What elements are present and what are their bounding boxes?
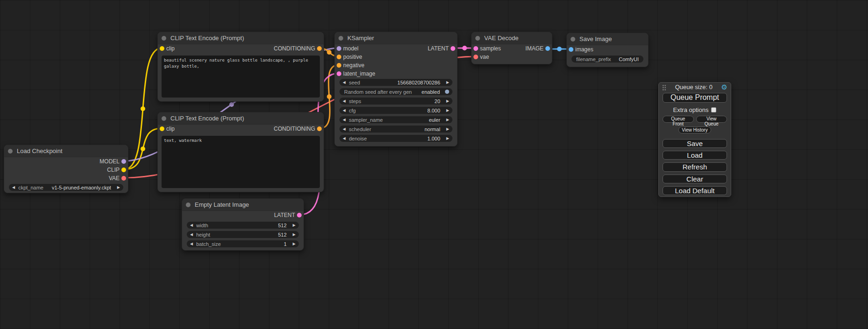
widget-label: steps <box>349 98 361 104</box>
latent-output-dot[interactable] <box>451 46 455 51</box>
drag-handle-icon[interactable] <box>662 84 666 91</box>
samples-input-dot[interactable] <box>473 46 478 51</box>
clip-output-dot[interactable] <box>121 168 126 172</box>
widget-scheduler[interactable]: ◀ scheduler normal ▶ <box>339 126 452 133</box>
collapse-dot[interactable] <box>162 116 166 121</box>
prev-value-arrow-icon[interactable]: ◀ <box>339 116 349 123</box>
increment-arrow-icon[interactable]: ▶ <box>443 135 452 142</box>
node-title-bar[interactable]: Save Image <box>567 33 648 45</box>
collapse-dot[interactable] <box>475 36 480 41</box>
clear-button[interactable]: Clear <box>663 175 727 183</box>
extra-options-row: Extra options <box>659 106 731 113</box>
increment-arrow-icon[interactable]: ▶ <box>289 231 299 238</box>
widget-steps[interactable]: ◀ steps 20 ▶ <box>339 98 452 105</box>
widget-value: 156680208700286 <box>360 80 443 85</box>
images-input-dot[interactable] <box>569 47 573 52</box>
toggle-on-icon[interactable] <box>445 90 449 94</box>
decrement-arrow-icon[interactable]: ◀ <box>187 240 196 247</box>
node-clip-text-encode-positive[interactable]: CLIP Text Encode (Prompt) clip CONDITION… <box>157 32 324 102</box>
collapse-dot[interactable] <box>8 149 13 154</box>
negative-prompt-textarea[interactable]: text, watermark <box>162 136 320 188</box>
queue-prompt-button[interactable]: Queue Prompt <box>663 93 727 103</box>
node-vae-decode[interactable]: VAE Decode samples IMAGE vae <box>471 32 552 64</box>
conditioning-output-dot[interactable] <box>317 126 322 131</box>
graph-canvas[interactable]: Load Checkpoint MODEL CLIP VAE ◀ ckpt_na… <box>0 0 868 329</box>
widget-batch-size[interactable]: ◀ batch_size 1 ▶ <box>187 240 299 247</box>
queue-front-button[interactable]: Queue Front <box>663 116 694 123</box>
decrement-arrow-icon[interactable]: ◀ <box>339 79 349 86</box>
widget-ckpt-name[interactable]: ◀ ckpt_name v1-5-pruned-emaonly.ckpt ▶ <box>9 184 123 191</box>
widget-value: v1-5-pruned-emaonly.ckpt <box>43 185 114 190</box>
widget-label: batch_size <box>196 241 221 247</box>
widget-denoise[interactable]: ◀ denoise 1.000 ▶ <box>339 135 452 142</box>
node-clip-text-encode-negative[interactable]: CLIP Text Encode (Prompt) clip CONDITION… <box>157 112 324 192</box>
slot-label: clip <box>166 126 175 132</box>
node-load-checkpoint[interactable]: Load Checkpoint MODEL CLIP VAE ◀ ckpt_na… <box>4 145 128 193</box>
prev-value-arrow-icon[interactable]: ◀ <box>339 126 349 133</box>
node-title-bar[interactable]: CLIP Text Encode (Prompt) <box>158 112 324 125</box>
collapse-dot[interactable] <box>162 36 166 41</box>
extra-options-checkbox[interactable] <box>711 107 716 112</box>
decrement-arrow-icon[interactable]: ◀ <box>339 98 349 105</box>
slot-label: MODEL <box>99 158 120 165</box>
load-default-button[interactable]: Load Default <box>663 186 727 195</box>
prev-value-arrow-icon[interactable]: ◀ <box>9 184 18 191</box>
latent-image-input-dot[interactable] <box>337 71 341 76</box>
node-title-bar[interactable]: Empty Latent Image <box>182 199 303 211</box>
vae-output-dot[interactable] <box>121 176 126 181</box>
positive-input-dot[interactable] <box>337 55 341 59</box>
input-slot-latent-image: latent_image <box>335 70 457 78</box>
latent-output-dot[interactable] <box>297 213 302 217</box>
slot-label: model <box>343 45 359 52</box>
node-title-bar[interactable]: KSampler <box>335 32 457 44</box>
widget-random-seed-toggle[interactable]: Random seed after every gen enabled <box>339 88 452 95</box>
node-save-image[interactable]: Save Image images filename_prefix ComfyU… <box>566 33 649 67</box>
clip-input-dot[interactable] <box>160 46 164 51</box>
next-value-arrow-icon[interactable]: ▶ <box>114 184 123 191</box>
widget-cfg[interactable]: ◀ cfg 8.000 ▶ <box>339 107 452 114</box>
increment-arrow-icon[interactable]: ▶ <box>443 98 452 105</box>
node-title-bar[interactable]: CLIP Text Encode (Prompt) <box>158 32 324 44</box>
next-value-arrow-icon[interactable]: ▶ <box>443 126 452 133</box>
increment-arrow-icon[interactable]: ▶ <box>289 240 299 247</box>
link-midpoint-dot <box>557 47 562 51</box>
node-title-bar[interactable]: Load Checkpoint <box>4 145 128 157</box>
refresh-button[interactable]: Refresh <box>663 162 727 171</box>
load-button[interactable]: Load <box>663 151 727 160</box>
positive-prompt-textarea[interactable]: beautiful scenery nature glass bottle la… <box>162 56 320 98</box>
increment-arrow-icon[interactable]: ▶ <box>289 222 299 229</box>
decrement-arrow-icon[interactable]: ◀ <box>187 222 196 229</box>
save-button[interactable]: Save <box>663 139 727 148</box>
node-ksampler[interactable]: KSampler model LATENT positive negative … <box>334 32 458 147</box>
widget-width[interactable]: ◀ width 512 ▶ <box>187 222 299 229</box>
slot-row: samples IMAGE <box>472 44 552 53</box>
node-title-bar[interactable]: VAE Decode <box>472 32 552 44</box>
collapse-dot[interactable] <box>339 36 343 41</box>
decrement-arrow-icon[interactable]: ◀ <box>339 107 349 114</box>
increment-arrow-icon[interactable]: ▶ <box>443 79 452 86</box>
decrement-arrow-icon[interactable]: ◀ <box>339 135 349 142</box>
image-output-dot[interactable] <box>545 46 550 51</box>
node-empty-latent-image[interactable]: Empty Latent Image LATENT ◀ width 512 ▶ … <box>182 198 304 251</box>
vae-input-dot[interactable] <box>473 55 478 59</box>
widget-seed[interactable]: ◀ seed 156680208700286 ▶ <box>339 79 452 86</box>
negative-input-dot[interactable] <box>337 63 341 68</box>
widget-filename-prefix[interactable]: filename_prefix ComfyUI <box>572 56 643 63</box>
clip-input-dot[interactable] <box>160 126 164 131</box>
decrement-arrow-icon[interactable]: ◀ <box>187 231 196 238</box>
model-input-dot[interactable] <box>337 46 341 51</box>
slot-label: latent_image <box>343 70 375 77</box>
next-value-arrow-icon[interactable]: ▶ <box>443 116 452 123</box>
collapse-dot[interactable] <box>186 203 191 207</box>
increment-arrow-icon[interactable]: ▶ <box>443 107 452 114</box>
view-queue-button[interactable]: View Queue <box>696 116 727 123</box>
settings-gear-icon[interactable]: ⚙ <box>721 84 727 91</box>
widget-height[interactable]: ◀ height 512 ▶ <box>187 231 299 238</box>
link-midpoint-dot <box>327 50 332 55</box>
view-history-button[interactable]: View History <box>678 126 711 133</box>
collapse-dot[interactable] <box>571 37 575 42</box>
widget-sampler-name[interactable]: ◀ sampler_name euler ▶ <box>339 116 452 123</box>
slot-label: LATENT <box>274 212 295 218</box>
model-output-dot[interactable] <box>121 159 126 164</box>
conditioning-output-dot[interactable] <box>317 46 322 51</box>
